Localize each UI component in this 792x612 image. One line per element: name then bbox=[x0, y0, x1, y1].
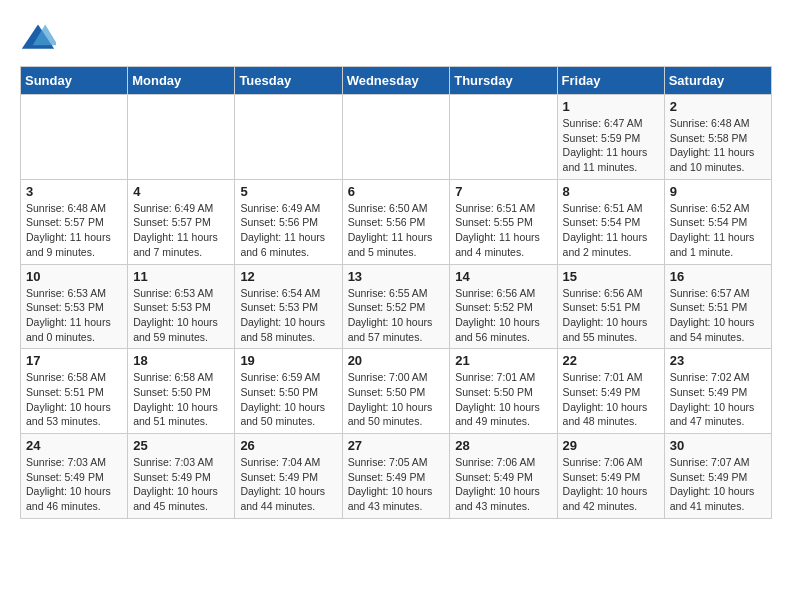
day-cell: 6Sunrise: 6:50 AM Sunset: 5:56 PM Daylig… bbox=[342, 179, 450, 264]
day-info: Sunrise: 7:07 AM Sunset: 5:49 PM Dayligh… bbox=[670, 455, 766, 514]
day-number: 20 bbox=[348, 353, 445, 368]
day-info: Sunrise: 6:48 AM Sunset: 5:58 PM Dayligh… bbox=[670, 116, 766, 175]
day-number: 26 bbox=[240, 438, 336, 453]
day-cell: 27Sunrise: 7:05 AM Sunset: 5:49 PM Dayli… bbox=[342, 434, 450, 519]
day-info: Sunrise: 7:03 AM Sunset: 5:49 PM Dayligh… bbox=[26, 455, 122, 514]
day-cell: 13Sunrise: 6:55 AM Sunset: 5:52 PM Dayli… bbox=[342, 264, 450, 349]
weekday-header-saturday: Saturday bbox=[664, 67, 771, 95]
day-info: Sunrise: 6:54 AM Sunset: 5:53 PM Dayligh… bbox=[240, 286, 336, 345]
day-info: Sunrise: 6:50 AM Sunset: 5:56 PM Dayligh… bbox=[348, 201, 445, 260]
day-info: Sunrise: 6:52 AM Sunset: 5:54 PM Dayligh… bbox=[670, 201, 766, 260]
day-number: 3 bbox=[26, 184, 122, 199]
logo-icon bbox=[20, 20, 56, 56]
day-cell bbox=[128, 95, 235, 180]
day-cell bbox=[342, 95, 450, 180]
day-info: Sunrise: 6:56 AM Sunset: 5:52 PM Dayligh… bbox=[455, 286, 551, 345]
day-cell: 30Sunrise: 7:07 AM Sunset: 5:49 PM Dayli… bbox=[664, 434, 771, 519]
day-cell: 10Sunrise: 6:53 AM Sunset: 5:53 PM Dayli… bbox=[21, 264, 128, 349]
day-cell: 9Sunrise: 6:52 AM Sunset: 5:54 PM Daylig… bbox=[664, 179, 771, 264]
day-info: Sunrise: 6:57 AM Sunset: 5:51 PM Dayligh… bbox=[670, 286, 766, 345]
day-cell: 16Sunrise: 6:57 AM Sunset: 5:51 PM Dayli… bbox=[664, 264, 771, 349]
day-info: Sunrise: 6:58 AM Sunset: 5:51 PM Dayligh… bbox=[26, 370, 122, 429]
day-info: Sunrise: 7:01 AM Sunset: 5:49 PM Dayligh… bbox=[563, 370, 659, 429]
day-info: Sunrise: 6:51 AM Sunset: 5:54 PM Dayligh… bbox=[563, 201, 659, 260]
day-cell bbox=[235, 95, 342, 180]
day-cell: 24Sunrise: 7:03 AM Sunset: 5:49 PM Dayli… bbox=[21, 434, 128, 519]
day-number: 18 bbox=[133, 353, 229, 368]
weekday-header-friday: Friday bbox=[557, 67, 664, 95]
day-number: 2 bbox=[670, 99, 766, 114]
day-info: Sunrise: 6:59 AM Sunset: 5:50 PM Dayligh… bbox=[240, 370, 336, 429]
week-row-2: 10Sunrise: 6:53 AM Sunset: 5:53 PM Dayli… bbox=[21, 264, 772, 349]
day-cell: 3Sunrise: 6:48 AM Sunset: 5:57 PM Daylig… bbox=[21, 179, 128, 264]
day-cell: 1Sunrise: 6:47 AM Sunset: 5:59 PM Daylig… bbox=[557, 95, 664, 180]
day-number: 17 bbox=[26, 353, 122, 368]
calendar-body: 1Sunrise: 6:47 AM Sunset: 5:59 PM Daylig… bbox=[21, 95, 772, 519]
day-number: 10 bbox=[26, 269, 122, 284]
day-info: Sunrise: 6:56 AM Sunset: 5:51 PM Dayligh… bbox=[563, 286, 659, 345]
day-cell: 18Sunrise: 6:58 AM Sunset: 5:50 PM Dayli… bbox=[128, 349, 235, 434]
day-number: 5 bbox=[240, 184, 336, 199]
day-cell: 15Sunrise: 6:56 AM Sunset: 5:51 PM Dayli… bbox=[557, 264, 664, 349]
day-cell: 17Sunrise: 6:58 AM Sunset: 5:51 PM Dayli… bbox=[21, 349, 128, 434]
day-info: Sunrise: 7:05 AM Sunset: 5:49 PM Dayligh… bbox=[348, 455, 445, 514]
weekday-header-monday: Monday bbox=[128, 67, 235, 95]
day-number: 12 bbox=[240, 269, 336, 284]
day-number: 25 bbox=[133, 438, 229, 453]
day-number: 30 bbox=[670, 438, 766, 453]
day-info: Sunrise: 6:49 AM Sunset: 5:57 PM Dayligh… bbox=[133, 201, 229, 260]
day-cell: 7Sunrise: 6:51 AM Sunset: 5:55 PM Daylig… bbox=[450, 179, 557, 264]
day-number: 11 bbox=[133, 269, 229, 284]
day-number: 9 bbox=[670, 184, 766, 199]
day-number: 15 bbox=[563, 269, 659, 284]
day-info: Sunrise: 7:01 AM Sunset: 5:50 PM Dayligh… bbox=[455, 370, 551, 429]
week-row-3: 17Sunrise: 6:58 AM Sunset: 5:51 PM Dayli… bbox=[21, 349, 772, 434]
day-number: 22 bbox=[563, 353, 659, 368]
day-number: 23 bbox=[670, 353, 766, 368]
day-number: 29 bbox=[563, 438, 659, 453]
weekday-header-tuesday: Tuesday bbox=[235, 67, 342, 95]
day-cell: 29Sunrise: 7:06 AM Sunset: 5:49 PM Dayli… bbox=[557, 434, 664, 519]
day-cell: 20Sunrise: 7:00 AM Sunset: 5:50 PM Dayli… bbox=[342, 349, 450, 434]
day-number: 16 bbox=[670, 269, 766, 284]
day-number: 27 bbox=[348, 438, 445, 453]
day-number: 24 bbox=[26, 438, 122, 453]
day-info: Sunrise: 7:06 AM Sunset: 5:49 PM Dayligh… bbox=[455, 455, 551, 514]
day-cell: 11Sunrise: 6:53 AM Sunset: 5:53 PM Dayli… bbox=[128, 264, 235, 349]
logo bbox=[20, 20, 60, 56]
day-cell: 28Sunrise: 7:06 AM Sunset: 5:49 PM Dayli… bbox=[450, 434, 557, 519]
day-number: 8 bbox=[563, 184, 659, 199]
day-number: 21 bbox=[455, 353, 551, 368]
day-number: 1 bbox=[563, 99, 659, 114]
weekday-header-sunday: Sunday bbox=[21, 67, 128, 95]
day-number: 4 bbox=[133, 184, 229, 199]
day-info: Sunrise: 7:00 AM Sunset: 5:50 PM Dayligh… bbox=[348, 370, 445, 429]
day-cell: 26Sunrise: 7:04 AM Sunset: 5:49 PM Dayli… bbox=[235, 434, 342, 519]
weekday-header-wednesday: Wednesday bbox=[342, 67, 450, 95]
day-info: Sunrise: 6:53 AM Sunset: 5:53 PM Dayligh… bbox=[26, 286, 122, 345]
day-info: Sunrise: 6:49 AM Sunset: 5:56 PM Dayligh… bbox=[240, 201, 336, 260]
weekday-header-thursday: Thursday bbox=[450, 67, 557, 95]
day-info: Sunrise: 6:51 AM Sunset: 5:55 PM Dayligh… bbox=[455, 201, 551, 260]
day-cell: 25Sunrise: 7:03 AM Sunset: 5:49 PM Dayli… bbox=[128, 434, 235, 519]
day-number: 14 bbox=[455, 269, 551, 284]
day-number: 6 bbox=[348, 184, 445, 199]
day-cell: 14Sunrise: 6:56 AM Sunset: 5:52 PM Dayli… bbox=[450, 264, 557, 349]
day-info: Sunrise: 6:53 AM Sunset: 5:53 PM Dayligh… bbox=[133, 286, 229, 345]
weekday-row: SundayMondayTuesdayWednesdayThursdayFrid… bbox=[21, 67, 772, 95]
day-info: Sunrise: 6:58 AM Sunset: 5:50 PM Dayligh… bbox=[133, 370, 229, 429]
week-row-0: 1Sunrise: 6:47 AM Sunset: 5:59 PM Daylig… bbox=[21, 95, 772, 180]
day-info: Sunrise: 7:06 AM Sunset: 5:49 PM Dayligh… bbox=[563, 455, 659, 514]
day-number: 13 bbox=[348, 269, 445, 284]
week-row-1: 3Sunrise: 6:48 AM Sunset: 5:57 PM Daylig… bbox=[21, 179, 772, 264]
calendar-table: SundayMondayTuesdayWednesdayThursdayFrid… bbox=[20, 66, 772, 519]
calendar-header: SundayMondayTuesdayWednesdayThursdayFrid… bbox=[21, 67, 772, 95]
day-info: Sunrise: 6:55 AM Sunset: 5:52 PM Dayligh… bbox=[348, 286, 445, 345]
week-row-4: 24Sunrise: 7:03 AM Sunset: 5:49 PM Dayli… bbox=[21, 434, 772, 519]
day-number: 7 bbox=[455, 184, 551, 199]
day-number: 19 bbox=[240, 353, 336, 368]
day-cell: 21Sunrise: 7:01 AM Sunset: 5:50 PM Dayli… bbox=[450, 349, 557, 434]
day-info: Sunrise: 7:04 AM Sunset: 5:49 PM Dayligh… bbox=[240, 455, 336, 514]
day-cell: 19Sunrise: 6:59 AM Sunset: 5:50 PM Dayli… bbox=[235, 349, 342, 434]
day-number: 28 bbox=[455, 438, 551, 453]
